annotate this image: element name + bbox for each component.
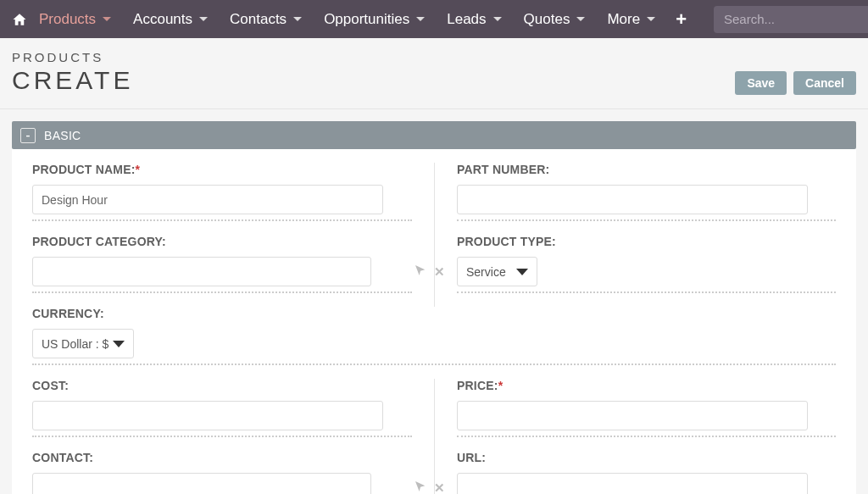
cost-label: COST: — [32, 379, 412, 392]
search-input[interactable] — [724, 12, 868, 26]
chevron-down-icon — [103, 17, 111, 21]
nav-label: Accounts — [133, 11, 192, 28]
product-type-label: PRODUCT TYPE: — [457, 235, 836, 248]
chevron-down-icon — [293, 17, 302, 21]
currency-label: CURRENCY: — [32, 307, 836, 320]
part-number-input[interactable] — [457, 185, 808, 214]
chevron-down-icon — [416, 17, 425, 21]
search-input-wrapper[interactable] — [714, 6, 868, 33]
home-button[interactable] — [12, 0, 27, 38]
product-name-input[interactable] — [32, 185, 383, 214]
product-category-input[interactable] — [32, 257, 371, 286]
nav-opportunities[interactable]: Opportunities — [314, 0, 435, 38]
nav-label: Leads — [447, 11, 486, 28]
cost-input[interactable] — [32, 401, 383, 430]
contact-label: CONTACT: — [32, 451, 412, 464]
page-title: CREATE — [12, 66, 133, 95]
nav-label: Quotes — [524, 11, 570, 28]
currency-select[interactable]: US Dollar : $ — [32, 329, 134, 358]
chevron-down-icon — [647, 17, 655, 21]
breadcrumb: PRODUCTS — [12, 50, 133, 64]
price-input[interactable] — [457, 401, 808, 430]
part-number-label: PART NUMBER: — [457, 163, 836, 176]
chevron-down-icon — [113, 341, 125, 347]
url-label: URL: — [457, 451, 836, 464]
nav-label: Contacts — [230, 11, 287, 28]
nav-add-button[interactable]: + — [667, 0, 695, 38]
chevron-down-icon — [576, 17, 585, 21]
chevron-down-icon — [199, 17, 208, 21]
product-name-label: PRODUCT NAME:* — [32, 163, 412, 176]
page-header: PRODUCTS CREATE Save Cancel — [0, 38, 868, 109]
picker-icon[interactable] — [414, 264, 427, 280]
select-value: US Dollar : $ — [42, 337, 108, 351]
nav-contacts[interactable]: Contacts — [220, 0, 312, 38]
panel-header: - BASIC — [12, 121, 856, 149]
nav-label: Products — [39, 11, 96, 28]
topnav: Products Accounts Contacts Opportunities… — [0, 0, 868, 38]
chevron-down-icon — [516, 269, 528, 275]
product-category-label: PRODUCT CATEGORY: — [32, 235, 412, 248]
basic-panel: - BASIC PRODUCT NAME:* PART NUMBER: — [12, 121, 856, 494]
url-input[interactable] — [457, 473, 808, 494]
nav-products[interactable]: Products — [29, 0, 121, 38]
nav-quotes[interactable]: Quotes — [514, 0, 596, 38]
nav-label: More — [607, 11, 640, 28]
nav-label: Opportunities — [324, 11, 409, 28]
save-button[interactable]: Save — [735, 71, 787, 95]
price-label: PRICE:* — [457, 379, 836, 392]
collapse-toggle[interactable]: - — [20, 128, 36, 143]
picker-icon[interactable] — [414, 480, 427, 494]
chevron-down-icon — [493, 17, 502, 21]
panel-title: BASIC — [44, 129, 81, 142]
nav-leads[interactable]: Leads — [437, 0, 511, 38]
nav-more[interactable]: More — [597, 0, 665, 38]
cancel-button[interactable]: Cancel — [793, 71, 856, 95]
contact-input[interactable] — [32, 473, 371, 494]
nav-accounts[interactable]: Accounts — [123, 0, 218, 38]
select-value: Service — [466, 265, 506, 279]
product-type-select[interactable]: Service — [457, 257, 537, 286]
